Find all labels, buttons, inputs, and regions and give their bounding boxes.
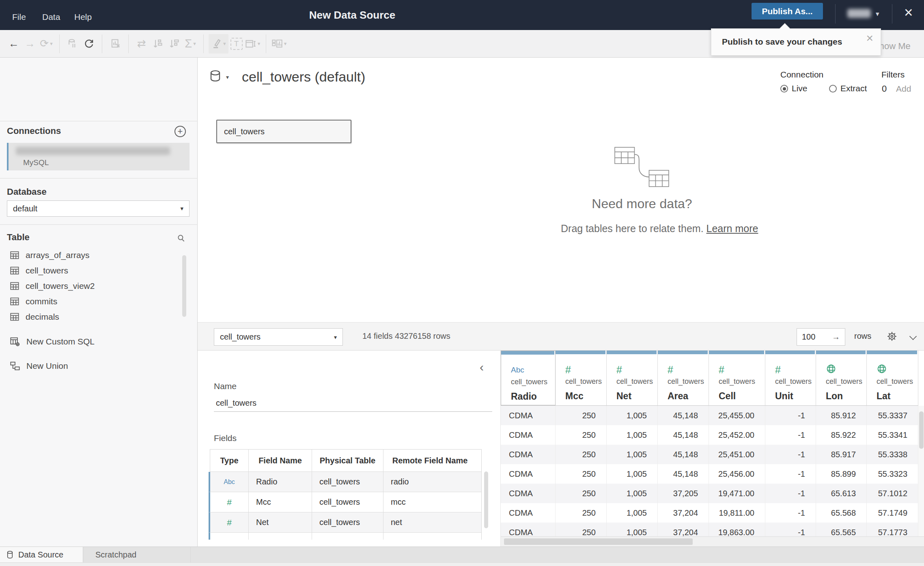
datasource-title-caret-icon[interactable]: ▾ [226,74,229,80]
pause-updates-icon[interactable] [65,34,81,54]
column-field-name: Area [668,391,709,402]
field-row-Radio[interactable]: AbcRadiocell_towersradio [209,472,481,492]
filters-add-button[interactable]: Add [896,84,911,94]
grid-data-row[interactable]: CDMA2501,00545,14825,455.00-185.91255.33… [501,406,918,425]
extract-radio[interactable]: Extract [829,84,867,93]
connection-item[interactable]: MySQL [7,143,190,170]
tab-scratchpad[interactable]: Scratchpad [83,547,191,563]
fit-cell-size-icon[interactable]: ▾ [245,34,261,54]
table-grid-icon [10,281,20,291]
grid-data-row[interactable]: CDMA2501,00545,14825,456.00-185.89955.33… [501,464,918,484]
column-accent-strip [658,351,709,354]
gear-icon[interactable] [886,330,898,344]
undo-button[interactable]: ← [6,34,22,54]
totals-icon[interactable]: Σ▾ [182,34,198,54]
grid-cell: 45,148 [658,425,709,445]
table-item-cell_towers[interactable]: cell_towers [10,264,68,278]
table-search-icon[interactable] [177,234,185,244]
grid-cell: 57.1012 [867,484,918,503]
new-union-button[interactable]: New Union [10,359,68,373]
refresh-icon[interactable] [81,34,97,54]
grid-column-header-Lon[interactable]: cell_towersLon [816,351,867,405]
field-row-Net[interactable]: #Netcell_towersnet [209,512,481,533]
menu-data[interactable]: Data [42,12,60,22]
table-item-decimals[interactable]: decimals [10,310,59,324]
user-menu-caret-icon[interactable]: ▾ [876,10,879,18]
grid-rows: CDMA2501,00545,14825,455.00-185.91255.33… [501,406,918,542]
apply-row-limit-icon[interactable]: → [832,332,840,342]
status-bar [0,562,924,566]
user-menu-avatar[interactable] [847,9,871,18]
grid-data-row[interactable]: CDMA2501,00537,20519,471.00-165.61357.10… [501,484,918,503]
close-icon[interactable]: × [904,5,913,20]
learn-more-link[interactable]: Learn more [706,223,758,234]
empty-state: Need more data? Drag tables here to rela… [561,147,723,235]
table-grid-icon [10,266,20,276]
window-title: New Data Source [309,9,395,22]
field-row-Mcc[interactable]: #Mcccell_towersmcc [209,492,481,512]
tab-data-source[interactable]: Data Source [0,547,83,563]
database-select[interactable]: default ▾ [7,200,190,217]
grid-vertical-scrollbar[interactable] [918,406,924,536]
swap-axes-icon[interactable]: ⇄ [134,34,150,54]
grid-column-header-Unit[interactable]: #cell_towersUnit [765,351,816,405]
column-field-name: Radio [511,391,555,402]
redo-button[interactable]: → [22,34,38,54]
column-accent-strip [607,351,657,354]
collapse-panel-icon[interactable]: ‹ [480,361,484,373]
grid-cell: 19,471.00 [709,484,765,503]
grid-column-header-Area[interactable]: #cell_towersArea [658,351,709,405]
string-type-icon: Abc [224,478,235,486]
table-item-label: decimals [26,312,59,322]
grid-column-header-Cell[interactable]: #cell_towersCell [709,351,765,405]
grid-column-header-Mcc[interactable]: #cell_towersMcc [556,351,607,405]
menu-help[interactable]: Help [74,12,92,22]
grid-horizontal-scrollbar[interactable] [501,536,924,547]
menu-file[interactable]: File [12,12,26,22]
table-item-label: cell_towers_view2 [26,281,95,291]
preview-table-select[interactable]: cell_towers ▾ [214,328,343,346]
canvas-table-node[interactable]: cell_towers [216,120,351,143]
show-me-icon[interactable]: ▾ [271,34,287,54]
sort-descending-icon[interactable] [166,34,182,54]
live-radio[interactable]: Live [780,84,808,93]
grid-column-header-Radio[interactable]: Abccell_towersRadio [501,351,556,405]
table-item-commits[interactable]: commits [10,295,57,308]
number-type-icon: # [668,364,673,376]
grid-column-header-Net[interactable]: #cell_towersNet [607,351,658,405]
table-item-cell_towers_view2[interactable]: cell_towers_view2 [10,279,95,293]
column-table-name: cell_towers [616,377,657,386]
publish-as-button[interactable]: Publish As... [752,3,823,19]
highlight-icon[interactable]: ▾ [209,34,228,54]
grid-cell: 55.3341 [867,425,918,445]
row-limit-input[interactable]: 100 → [797,328,845,346]
datasource-cylinder-icon[interactable] [210,70,222,84]
table-list-scrollbar[interactable] [182,255,186,317]
fields-table-scrollbar[interactable] [484,471,488,528]
rows-label: rows [854,331,871,341]
tooltip-close-icon[interactable]: × [866,31,873,45]
grid-data-row[interactable]: CDMA2501,00537,20419,811.00-165.56857.17… [501,503,918,523]
fields-header-cell: Type [210,450,249,471]
name-value[interactable]: cell_towers [216,398,256,408]
grid-data-row[interactable]: CDMA2501,00545,14825,451.00-185.91755.33… [501,445,918,464]
datasource-title[interactable]: cell_towers (default) [242,69,365,85]
number-type-icon: # [616,364,622,376]
preview-table-selected-value: cell_towers [220,332,261,342]
collapse-preview-chevron-icon[interactable] [909,333,917,340]
column-accent-strip [867,351,918,354]
number-type-icon: # [227,497,232,507]
replay-button[interactable]: ⟳▾ [38,34,54,54]
sort-ascending-icon[interactable] [150,34,166,54]
text-label-icon[interactable]: T [228,34,245,54]
clear-sheet-icon[interactable] [107,34,123,54]
grid-cell: -1 [765,445,816,464]
table-item-arrays_of_arrays[interactable]: arrays_of_arrays [10,248,90,262]
grid-data-row[interactable]: CDMA2501,00545,14825,452.00-185.92255.33… [501,425,918,445]
new-custom-sql-button[interactable]: New Custom SQL [10,334,95,349]
sidebar: Connections + MySQL Database default ▾ T… [0,58,198,547]
add-connection-icon[interactable]: + [174,126,186,137]
grid-cell: 19,811.00 [709,503,765,523]
column-field-name: Mcc [565,391,606,402]
grid-column-header-Lat[interactable]: cell_towersLat [867,351,918,405]
